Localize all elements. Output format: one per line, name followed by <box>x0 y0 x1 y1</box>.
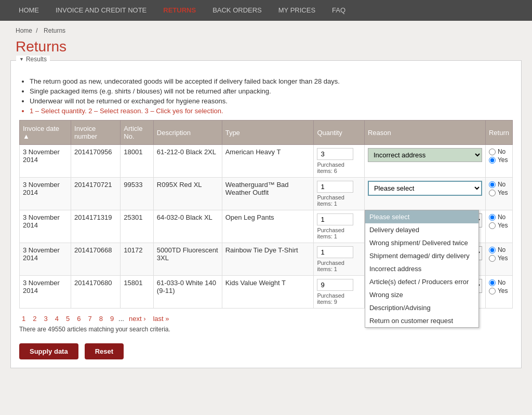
quantity-input-4[interactable] <box>317 246 353 258</box>
page-8[interactable]: 8 <box>97 314 105 324</box>
col-description: Description <box>153 121 222 145</box>
dd-item-wrong-size[interactable]: Wrong size <box>365 288 478 301</box>
info-item-2: Single packaged items (e.g. shirts / blo… <box>30 87 513 95</box>
return-yes-label-1: Yes <box>498 156 508 164</box>
return-yes-label-2: Yes <box>498 189 508 196</box>
supply-data-button[interactable]: Supply data <box>19 343 78 359</box>
breadcrumb-current: Returns <box>44 27 65 34</box>
table-row: 3 November 2014 2014170721 99533 R095X R… <box>20 178 513 210</box>
dd-item-shipment-damaged[interactable]: Shipment demaged/ dirty delivery <box>365 249 478 262</box>
dd-item-incorrect-address[interactable]: Incorrect address <box>365 262 478 275</box>
reason-cell-2: Please select Delivery delayed Wrong shi… <box>364 178 485 210</box>
purchased-items-4: Purchased items: 1 <box>317 260 361 272</box>
description-5: 61-033-0 White 140 (9-11) <box>153 276 222 309</box>
return-yes-radio-3[interactable] <box>489 222 496 229</box>
quantity-input-1[interactable] <box>317 148 353 160</box>
dd-item-please-select[interactable]: Please select <box>365 210 478 223</box>
return-no-radio-1[interactable] <box>489 149 496 155</box>
invoice-date-1: 3 November 2014 <box>20 145 71 178</box>
dd-item-wrong-shipment[interactable]: Wrong shipment/ Delivered twice <box>365 236 478 249</box>
dropdown-open-list: Please select Delivery delayed Wrong shi… <box>365 210 479 328</box>
invoice-number-5: 2014170680 <box>71 276 121 309</box>
dd-item-description-advising[interactable]: Description/Advising <box>365 301 478 314</box>
page-9[interactable]: 9 <box>108 314 116 324</box>
nav-backorders[interactable]: BACK ORDERS <box>204 0 270 21</box>
page-2[interactable]: 2 <box>30 314 39 324</box>
return-yes-radio-2[interactable] <box>489 190 496 196</box>
description-4: 5000TD Fluorescent 3XL <box>153 243 222 276</box>
info-item-3: Underwear will not be returned or exchan… <box>30 97 513 105</box>
page-3[interactable]: 3 <box>41 314 50 324</box>
article-no-5: 15801 <box>121 276 153 309</box>
page-next[interactable]: next › <box>126 314 149 324</box>
page-ellipsis: ... <box>118 315 124 323</box>
page-1[interactable]: 1 <box>19 314 28 324</box>
page-6[interactable]: 6 <box>74 314 83 324</box>
reset-button[interactable]: Reset <box>85 343 124 359</box>
return-no-radio-5[interactable] <box>489 279 496 286</box>
return-cell-3: No Yes <box>485 210 512 243</box>
type-5: Kids Value Weight T <box>222 276 314 309</box>
col-invoice-date: Invoice date ▲ <box>20 121 71 145</box>
nav-returns[interactable]: RETURNS <box>155 0 204 21</box>
return-no-label-3: No <box>498 213 506 221</box>
return-yes-radio-1[interactable] <box>489 157 496 164</box>
quantity-cell-5: Purchased items: 9 <box>314 276 365 309</box>
return-no-radio-3[interactable] <box>489 214 496 221</box>
top-navigation: HOME INVOICE AND CREDIT NOTE RETURNS BAC… <box>0 0 532 21</box>
breadcrumb: Home / Returns <box>0 21 532 36</box>
dd-item-delivery-delayed[interactable]: Delivery delayed <box>365 223 478 236</box>
return-yes-radio-5[interactable] <box>489 288 496 294</box>
article-no-4: 10172 <box>121 243 153 276</box>
page-title: Returns <box>0 36 532 60</box>
info-list: The return good as new, undecorated good… <box>30 77 513 115</box>
page-4[interactable]: 4 <box>52 314 61 324</box>
quantity-input-2[interactable] <box>317 181 353 193</box>
return-no-radio-4[interactable] <box>489 247 496 253</box>
dd-item-return-customer[interactable]: Return on customer request <box>365 314 478 327</box>
breadcrumb-home[interactable]: Home <box>16 27 32 34</box>
col-invoice-number: Invoice number <box>71 121 121 145</box>
return-no-radio-2[interactable] <box>489 181 496 188</box>
quantity-input-3[interactable] <box>317 213 353 225</box>
page-last[interactable]: last » <box>150 314 171 324</box>
nav-home[interactable]: HOME <box>10 0 47 21</box>
return-yes-label-4: Yes <box>498 255 508 262</box>
nav-faq[interactable]: FAQ <box>324 0 354 21</box>
return-no-label-2: No <box>498 181 506 188</box>
nav-invoice[interactable]: INVOICE AND CREDIT NOTE <box>47 0 155 21</box>
description-3: 64-032-0 Black XL <box>153 210 222 243</box>
page-5[interactable]: 5 <box>63 314 72 324</box>
quantity-cell-4: Purchased items: 1 <box>314 243 365 276</box>
reason-select-2[interactable]: Please select Delivery delayed Wrong shi… <box>368 181 482 196</box>
results-legend: Results <box>16 56 50 63</box>
nav-myprices[interactable]: MY PRICES <box>270 0 324 21</box>
invoice-date-4: 3 November 2014 <box>20 243 71 276</box>
col-quantity: Quantity <box>314 121 365 145</box>
results-box: Results The return good as new, undecora… <box>10 60 522 368</box>
description-1: 61-212-0 Black 2XL <box>153 145 222 178</box>
breadcrumb-separator: / <box>36 27 37 34</box>
page-7[interactable]: 7 <box>85 314 94 324</box>
article-no-1: 18001 <box>121 145 153 178</box>
return-cell-5: No Yes <box>485 276 512 309</box>
col-return: Return <box>485 121 512 145</box>
invoice-date-3: 3 November 2014 <box>20 210 71 243</box>
quantity-input-5[interactable] <box>317 279 353 291</box>
returns-table: Invoice date ▲ Invoice number Article No… <box>19 120 513 309</box>
return-cell-1: No Yes <box>485 145 512 178</box>
return-cell-4: No Yes <box>485 243 512 276</box>
type-1: American Heavy T <box>222 145 314 178</box>
purchased-items-1: Purchased items: 6 <box>317 162 361 174</box>
return-yes-radio-4[interactable] <box>489 255 496 262</box>
col-reason: Reason <box>364 121 485 145</box>
reason-select-1[interactable]: Incorrect address Please select Delivery… <box>368 148 482 162</box>
quantity-cell-3: Purchased items: 1 <box>314 210 365 243</box>
return-no-label-5: No <box>498 279 506 286</box>
invoice-number-4: 2014170668 <box>71 243 121 276</box>
return-yes-label-3: Yes <box>498 222 508 229</box>
dd-item-article-defect[interactable]: Article(s) defect / Producers error <box>365 275 478 288</box>
button-row: Supply data Reset <box>19 343 513 359</box>
return-no-label-4: No <box>498 246 506 253</box>
invoice-date-2: 3 November 2014 <box>20 178 71 210</box>
